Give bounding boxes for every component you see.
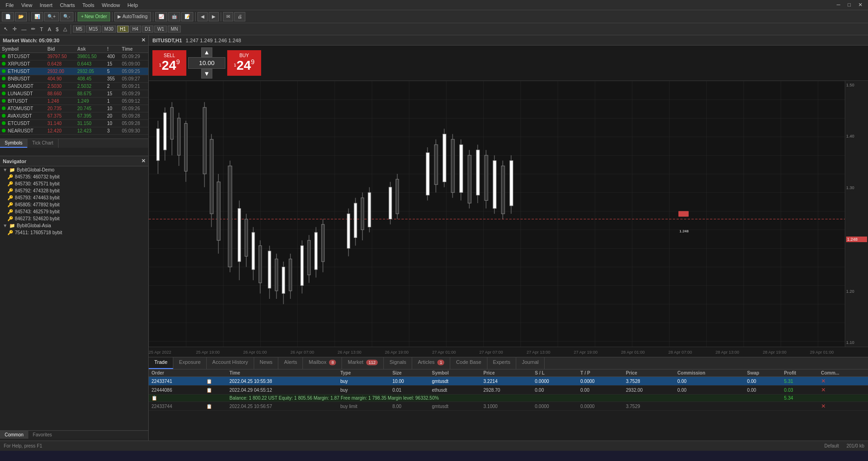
market-row[interactable]: AVAXUSDT 67.375 67.395 20 05:09:28 xyxy=(0,112,148,120)
tf-d1[interactable]: D1 xyxy=(142,26,154,33)
nav-item[interactable]: 🔑845730: 457571 bybit xyxy=(0,180,148,187)
autotrading-button[interactable]: ▶ AutoTrading xyxy=(114,12,151,21)
terminal-tab-account-history[interactable]: Account History xyxy=(207,357,254,369)
terminal-tab-code-base[interactable]: Code Base xyxy=(450,357,487,369)
nav-item[interactable]: 🔑75411: 17605718 bybit xyxy=(0,229,148,236)
pending-order-row[interactable]: 22433744 📋 2022.04.25 10:56:57 buy limit… xyxy=(149,402,868,411)
text-tool[interactable]: T xyxy=(38,26,45,33)
terminal-tab-experts[interactable]: Experts xyxy=(487,357,516,369)
print-button[interactable]: 🖨 xyxy=(234,12,245,21)
qty-down-button[interactable]: ▼ xyxy=(201,69,212,79)
minimize-button[interactable]: ─ xyxy=(833,2,844,8)
line-tool[interactable]: — xyxy=(20,26,28,33)
tf-m5[interactable]: M5 xyxy=(73,26,85,33)
pencil-tool[interactable]: ✏ xyxy=(29,25,37,33)
nav-item[interactable]: ▼📁BybitGlobal-Demo xyxy=(0,166,148,173)
nav-item[interactable]: 🔑845743: 462579 bybit xyxy=(0,208,148,215)
nav-item[interactable]: 🔑845793: 474463 bybit xyxy=(0,194,148,201)
tf-h1[interactable]: H1 xyxy=(117,26,129,33)
time-label: 26 Apr 19:00 xyxy=(385,350,408,355)
nav-tab-favorites[interactable]: Favorites xyxy=(28,431,57,439)
zoom-in-button[interactable]: 🔍+ xyxy=(44,12,59,21)
terminal-tab-alerts[interactable]: Alerts xyxy=(278,357,303,369)
menu-help[interactable]: Help xyxy=(124,2,142,8)
order-row[interactable]: 22444086 📋 2022.04.29 04:55:12 buy 0.01 … xyxy=(149,386,868,395)
email-button[interactable]: ✉ xyxy=(223,12,233,21)
navigator-close[interactable]: ✕ xyxy=(141,158,145,164)
market-row[interactable]: XRPUSDT 0.6428 0.6443 15 05:09:00 xyxy=(0,60,148,68)
terminal-tab-articles[interactable]: Articles 1 xyxy=(412,357,450,369)
terminal-tab-market[interactable]: Market 112 xyxy=(342,357,384,369)
scripts-button[interactable]: 📝 xyxy=(181,12,193,21)
market-row[interactable]: ETCUSDT 31.140 31.150 10 05:09:28 xyxy=(0,120,148,127)
menu-charts[interactable]: Charts xyxy=(56,2,79,8)
order-close[interactable]: ✕ xyxy=(818,386,868,395)
market-row[interactable]: BITUSDT 1.248 1.249 1 05:09:12 xyxy=(0,98,148,105)
terminal-tab-trade[interactable]: Trade xyxy=(149,357,173,369)
nav-item[interactable]: 🔑845735: 460732 bybit xyxy=(0,173,148,180)
menu-view[interactable]: View xyxy=(18,2,36,8)
market-row[interactable]: NEARUSDT 12.420 12.423 3 05:09:30 xyxy=(0,127,148,135)
menu-insert[interactable]: Insert xyxy=(36,2,56,8)
tf-m15[interactable]: M15 xyxy=(86,26,100,33)
market-row[interactable]: SANDUSDT 2.5030 2.5032 2 05:09:21 xyxy=(0,83,148,90)
tab-tick-chart[interactable]: Tick Chart xyxy=(27,139,58,148)
market-row[interactable]: ETHUSDT 2932.00 2932.05 5 05:09:25 xyxy=(0,68,148,75)
ask-cell: 408.45 xyxy=(75,75,105,83)
order-close[interactable]: ✕ xyxy=(818,377,868,386)
buy-button[interactable]: BUY ₁ 24 9 xyxy=(227,50,261,76)
history-back-button[interactable]: ◀ xyxy=(197,12,208,21)
label-tool[interactable]: A xyxy=(46,26,53,33)
nav-tab-common[interactable]: Common xyxy=(0,431,28,439)
chart-canvas[interactable]: 1.248 1.50 1.40 1.30 1.248 1.20 1.10 xyxy=(149,81,868,347)
tf-mn[interactable]: MN xyxy=(168,26,181,33)
terminal-tab-exposure[interactable]: Exposure xyxy=(173,357,206,369)
close-pending-button[interactable]: ✕ xyxy=(821,403,826,409)
history-forward-button[interactable]: ▶ xyxy=(209,12,219,21)
open-button[interactable]: 📂 xyxy=(15,12,27,21)
symbol-cell: BITUSDT xyxy=(0,98,46,105)
terminal-tab-news[interactable]: News xyxy=(254,357,279,369)
menu-window[interactable]: Window xyxy=(98,2,124,8)
menu-tools[interactable]: Tools xyxy=(79,2,98,8)
close-order-button[interactable]: ✕ xyxy=(821,387,826,393)
nav-item[interactable]: 🔑845805: 477892 bybit xyxy=(0,201,148,208)
new-order-button[interactable]: + New Order xyxy=(78,12,110,21)
sell-button[interactable]: SELL ₁ 24 9 xyxy=(152,50,186,76)
crosshair-tool[interactable]: ✛ xyxy=(11,25,19,33)
market-row[interactable]: BTCUSDT 39797.50 39801.50 400 05:09:29 xyxy=(0,53,148,60)
quantity-input[interactable] xyxy=(188,57,225,69)
chart-new-button[interactable]: 📊 xyxy=(31,12,43,21)
indicators-button[interactable]: 📈 xyxy=(155,12,167,21)
qty-up-button[interactable]: ▲ xyxy=(201,47,212,57)
tab-symbols[interactable]: Symbols xyxy=(0,139,27,148)
market-row[interactable]: BNBUSDT 404.90 408.45 355 05:09:27 xyxy=(0,75,148,83)
market-watch-scroll[interactable]: Symbol Bid Ask ! Time BTCUSDT 39797.50 3… xyxy=(0,46,148,138)
menu-file[interactable]: File xyxy=(2,2,18,8)
market-watch-close[interactable]: ✕ xyxy=(141,37,145,43)
zoom-out-button[interactable]: 🔍- xyxy=(60,12,73,21)
nav-item[interactable]: ▼📁BybitGlobal-Asia xyxy=(0,222,148,229)
terminal-tab-journal[interactable]: Journal xyxy=(516,357,545,369)
close-button[interactable]: ✕ xyxy=(855,2,866,8)
experts-button[interactable]: 🤖 xyxy=(168,12,180,21)
terminal-tab-mailbox[interactable]: Mailbox 8 xyxy=(303,357,342,369)
nav-item[interactable]: 🔑845792: 474328 bybit xyxy=(0,187,148,194)
terminal-content[interactable]: Order Time Type Size Symbol Price S / L … xyxy=(149,369,868,441)
price-label-tool[interactable]: $ xyxy=(54,26,60,33)
terminal-tab-signals[interactable]: Signals xyxy=(384,357,412,369)
shapes-tool[interactable]: △ xyxy=(61,25,69,33)
close-order-button[interactable]: ✕ xyxy=(821,378,826,384)
tf-w1[interactable]: W1 xyxy=(154,26,167,33)
market-row[interactable]: LUNAUSDT 88.660 88.675 15 05:09:29 xyxy=(0,90,148,98)
new-file-button[interactable]: 📄 xyxy=(2,12,14,21)
maximize-button[interactable]: □ xyxy=(844,2,855,8)
order-row[interactable]: 22433741 📋 2022.04.25 10:55:38 buy 10.00… xyxy=(149,377,868,386)
ask-cell: 1.249 xyxy=(75,98,105,105)
tf-m30[interactable]: M30 xyxy=(102,26,116,33)
cursor-tool[interactable]: ↖ xyxy=(2,25,10,33)
pending-close[interactable]: ✕ xyxy=(818,402,868,411)
market-row[interactable]: ATOMUSDT 20.735 20.745 10 05:09:26 xyxy=(0,105,148,112)
tf-h4[interactable]: H4 xyxy=(130,26,141,33)
nav-item[interactable]: 🔑846273: 524620 bybit xyxy=(0,215,148,222)
